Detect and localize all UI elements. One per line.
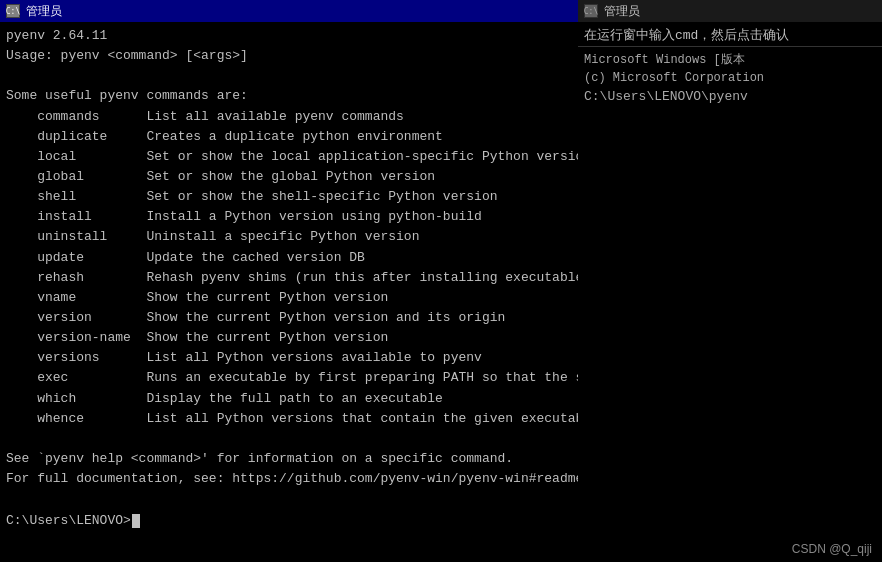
secondary-top-partial: 在运行窗中输入cmd，然后点击确认: [578, 22, 882, 46]
secondary-titlebar: C:\ 管理员: [578, 0, 882, 22]
version-line: pyenv 2.64.11: [6, 26, 572, 46]
main-terminal-content: pyenv 2.64.11 Usage: pyenv <command> [<a…: [0, 22, 578, 562]
win-header-line2: (c) Microsoft Corporation: [584, 69, 876, 87]
main-titlebar-icon: C:\: [6, 4, 20, 18]
command-row-vname: vname Show the current Python version: [6, 288, 572, 308]
cursor: [132, 514, 140, 528]
command-row-uninstall: uninstall Uninstall a specific Python ve…: [6, 227, 572, 247]
main-titlebar-title: 管理员: [26, 3, 62, 20]
command-row-shell: shell Set or show the shell-specific Pyt…: [6, 187, 572, 207]
main-titlebar: C:\ 管理员: [0, 0, 578, 22]
command-row-version-name: version-name Show the current Python ver…: [6, 328, 572, 348]
command-row-versions: versions List all Python versions availa…: [6, 348, 572, 368]
win-line1-text: Microsoft Windows [版本: [584, 53, 745, 67]
command-row-local: local Set or show the local application-…: [6, 147, 572, 167]
secondary-icon-text: C:\: [584, 7, 598, 16]
command-row-version: version Show the current Python version …: [6, 308, 572, 328]
command-row-duplicate: duplicate Creates a duplicate python env…: [6, 127, 572, 147]
win-header-line1: Microsoft Windows [版本: [584, 51, 876, 69]
command-row-update: update Update the cached version DB: [6, 248, 572, 268]
command-row-exec: exec Runs an executable by first prepari…: [6, 368, 572, 388]
help-line: See `pyenv help <command>' for informati…: [6, 449, 572, 469]
blank-line-2: [6, 429, 572, 449]
secondary-terminal: C:\ 管理员 在运行窗中输入cmd，然后点击确认 Microsoft Wind…: [578, 0, 882, 562]
usage-line: Usage: pyenv <command> [<args>]: [6, 46, 572, 66]
win-line2-text: (c) Microsoft Corporation: [584, 71, 764, 85]
blank-line-1: [6, 66, 572, 86]
doc-line: For full documentation, see: https://git…: [6, 469, 572, 489]
command-row-global: global Set or show the global Python ver…: [6, 167, 572, 187]
commands-list: commands List all available pyenv comman…: [6, 107, 572, 429]
watermark-text: CSDN @Q_qiji: [792, 542, 872, 556]
blank-line-3: [6, 489, 572, 509]
user-path-text: C:\Users\LENOVO\pyenv: [584, 89, 748, 104]
secondary-titlebar-icon: C:\: [584, 4, 598, 18]
command-row-commands: commands List all available pyenv comman…: [6, 107, 572, 127]
command-row-install: install Install a Python version using p…: [6, 207, 572, 227]
command-row-rehash: rehash Rehash pyenv shims (run this afte…: [6, 268, 572, 288]
intro-line: Some useful pyenv commands are:: [6, 86, 572, 106]
prompt-line: C:\Users\LENOVO>: [6, 511, 572, 531]
user-path-line: C:\Users\LENOVO\pyenv: [584, 87, 876, 108]
command-row-whence: whence List all Python versions that con…: [6, 409, 572, 429]
prompt-text: C:\Users\LENOVO>: [6, 511, 131, 531]
watermark: CSDN @Q_qiji: [792, 542, 872, 556]
main-terminal: C:\ 管理员 pyenv 2.64.11 Usage: pyenv <comm…: [0, 0, 578, 562]
secondary-titlebar-title: 管理员: [604, 3, 640, 20]
secondary-content: Microsoft Windows [版本 (c) Microsoft Corp…: [578, 47, 882, 112]
titlebar-icon-text: C:\: [6, 7, 20, 16]
command-row-which: which Display the full path to an execut…: [6, 389, 572, 409]
